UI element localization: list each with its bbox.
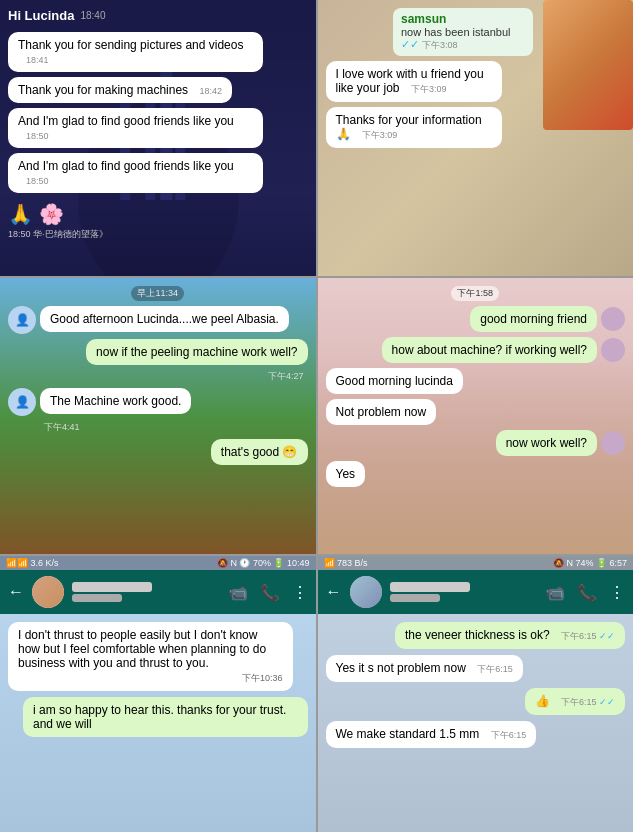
msg-6-3-row: 👍 下午6:15 ✓✓ — [326, 688, 626, 715]
status-bar-5: 📶📶 3.6 K/s 🔕 N 🕐 70% 🔋 10:49 — [0, 556, 316, 570]
chat-header-row: Hi Lucinda 18:40 — [8, 8, 308, 23]
cell-top-left: Hi Lucinda 18:40 Thank you for sending p… — [0, 0, 316, 276]
msg-time: 下午3:09 — [411, 84, 447, 94]
msg-time: 下午6:15 — [491, 730, 527, 740]
status-right: 🔕 N 🕐 70% 🔋 10:49 — [217, 558, 310, 568]
msg-3-2: now if the peeling machine work well? — [86, 339, 307, 365]
status-bar-6: 📶 783 B/s 🔕 N 74% 🔋 6:57 — [318, 556, 634, 570]
emoji-row: 🙏 🌸 — [8, 202, 308, 226]
screenshot-grid: Hi Lucinda 18:40 Thank you for sending p… — [0, 0, 633, 832]
back-button-5[interactable]: ← — [8, 583, 24, 601]
msg-text: the veneer thickness is ok? — [405, 628, 550, 642]
msg-text: how about machine? if working well? — [392, 343, 587, 357]
contact-sub-5 — [72, 594, 122, 602]
msg-3-1: Good afternoon Lucinda....we peel Albasi… — [40, 306, 289, 332]
cell-bot-right: 📶 783 B/s 🔕 N 74% 🔋 6:57 ← 📹 📞 ⋮ — [318, 556, 634, 832]
time-top-4: 下午1:58 — [451, 286, 499, 301]
msg-text: good morning friend — [480, 312, 587, 326]
phone-icon-6[interactable]: 📞 — [577, 583, 597, 602]
msg-1-3: And I'm glad to find good friends like y… — [8, 108, 263, 148]
time-3-2: 下午4:27 — [8, 370, 304, 383]
msg-4-1: good morning friend — [470, 306, 597, 332]
phone-icon[interactable]: 📞 — [260, 583, 280, 602]
msg-6-4: We make standard 1.5 mm 下午6:15 — [326, 721, 537, 748]
msg-2-2: Thanks for your information 🙏 下午3:09 — [326, 107, 502, 148]
header-time: 18:40 — [80, 10, 105, 21]
msg-text: Thanks for your information 🙏 — [336, 113, 482, 141]
chat-area-4: 下午1:58 good morning friend how about mac… — [318, 278, 634, 554]
msg-3-3: The Machine work good. — [40, 388, 191, 414]
cell-bot-left: 📶📶 3.6 K/s 🔕 N 🕐 70% 🔋 10:49 ← 📹 📞 ⋮ — [0, 556, 316, 832]
avatar-4c — [601, 431, 625, 455]
avatar-3b: 👤 — [8, 388, 36, 416]
msg-3-4: that's good 😁 — [211, 439, 308, 465]
msg-text: Yes it s not problem now — [336, 661, 466, 675]
msg-6-1-row: the veneer thickness is ok? 下午6:15 ✓✓ — [326, 622, 626, 649]
msg-text: Yes — [336, 467, 356, 481]
header-icons-6[interactable]: 📹 📞 ⋮ — [545, 583, 625, 602]
msg-text: Good morning lucinda — [336, 374, 453, 388]
contact-sub-6 — [390, 594, 440, 602]
menu-icon-6[interactable]: ⋮ — [609, 583, 625, 602]
cell1-footer: 🙏 🌸 18:50 华·巴纳德的望落》 — [8, 202, 308, 241]
phone-wrapper-6: 📶 783 B/s 🔕 N 74% 🔋 6:57 ← 📹 📞 ⋮ — [318, 556, 634, 832]
msg-1-4: And I'm glad to find good friends like y… — [8, 153, 263, 193]
name-area-5 — [72, 582, 220, 602]
avatar-3: 👤 — [8, 306, 36, 334]
msg-text: The Machine work good. — [50, 394, 181, 408]
msg-time: 下午6:15 ✓✓ — [561, 631, 615, 641]
cell-top-right: samsun now has been istanbul ✓✓ 下午3:08 I… — [318, 0, 634, 276]
msg-4-6: Yes — [326, 461, 366, 487]
avatar-5 — [32, 576, 64, 608]
chat-header-6[interactable]: ← 📹 📞 ⋮ — [318, 570, 634, 614]
msg-text: that's good 😁 — [221, 445, 298, 459]
msg-time: 18:50 — [26, 131, 49, 141]
sender-name: samsun — [401, 12, 525, 26]
msg-text: And I'm glad to find good friends like y… — [18, 114, 234, 128]
msg-4-5: now work well? — [496, 430, 597, 456]
msg-text: We make standard 1.5 mm — [336, 727, 480, 741]
avatar-6 — [350, 576, 382, 608]
chat-area-5: I don't thrust to people easily but I do… — [0, 614, 316, 832]
msg-text: i am so happy to hear this. thanks for y… — [33, 703, 286, 731]
video-call-icon-6[interactable]: 📹 — [545, 583, 565, 602]
cell-mid-right: 下午1:58 good morning friend how about mac… — [318, 278, 634, 554]
msg-4-3: Good morning lucinda — [326, 368, 463, 394]
msg-text: I don't thrust to people easily but I do… — [18, 628, 266, 670]
chat-area-2: samsun now has been istanbul ✓✓ 下午3:08 I… — [318, 0, 634, 276]
msg-text: I love work with u friend you like your … — [336, 67, 484, 95]
menu-icon[interactable]: ⋮ — [292, 583, 308, 602]
header-icons-5[interactable]: 📹 📞 ⋮ — [228, 583, 308, 602]
chat-area-6: the veneer thickness is ok? 下午6:15 ✓✓ Ye… — [318, 614, 634, 832]
msg-text: Not problem now — [336, 405, 427, 419]
footer-sub: 18:50 华·巴纳德的望落》 — [8, 228, 308, 241]
msg-with-avatar-2: 👤 The Machine work good. — [8, 388, 308, 416]
msg-time: 下午3:09 — [362, 130, 398, 140]
time-top-3: 早上11:34 — [131, 286, 184, 301]
msg-with-avatar: 👤 Good afternoon Lucinda....we peel Alba… — [8, 306, 308, 334]
video-call-icon[interactable]: 📹 — [228, 583, 248, 602]
msg-time: 下午6:15 — [477, 664, 513, 674]
chat-header-5[interactable]: ← 📹 📞 ⋮ — [0, 570, 316, 614]
msg-out-row-3: now work well? — [326, 430, 626, 456]
chat-area-3: 早上11:34 👤 Good afternoon Lucinda....we p… — [0, 278, 316, 554]
msg-6-3: 👍 下午6:15 ✓✓ — [525, 688, 625, 715]
sender-sub: now has been istanbul ✓✓ 下午3:08 — [401, 26, 525, 52]
msg-text: Thank you for sending pictures and video… — [18, 38, 243, 52]
phone-wrapper-5: 📶📶 3.6 K/s 🔕 N 🕐 70% 🔋 10:49 ← 📹 📞 ⋮ — [0, 556, 316, 832]
back-button-6[interactable]: ← — [326, 583, 342, 601]
avatar-4a — [601, 307, 625, 331]
msg-out-row-1: good morning friend — [326, 306, 626, 332]
contact-name-6 — [390, 582, 470, 592]
msg-time: 18:50 — [26, 176, 49, 186]
msg-6-1: the veneer thickness is ok? 下午6:15 ✓✓ — [395, 622, 625, 649]
msg-1-1: Thank you for sending pictures and video… — [8, 32, 263, 72]
msg-out-row-2: how about machine? if working well? — [326, 337, 626, 363]
contact-name-5 — [72, 582, 152, 592]
msg-4-2: how about machine? if working well? — [382, 337, 597, 363]
msg-time: 下午6:15 ✓✓ — [561, 697, 615, 707]
msg-5-1: I don't thrust to people easily but I do… — [8, 622, 293, 691]
msg-text: Thank you for making machines — [18, 83, 188, 97]
msg-4-4: Not problem now — [326, 399, 437, 425]
msg-1-2: Thank you for making machines 18:42 — [8, 77, 232, 103]
